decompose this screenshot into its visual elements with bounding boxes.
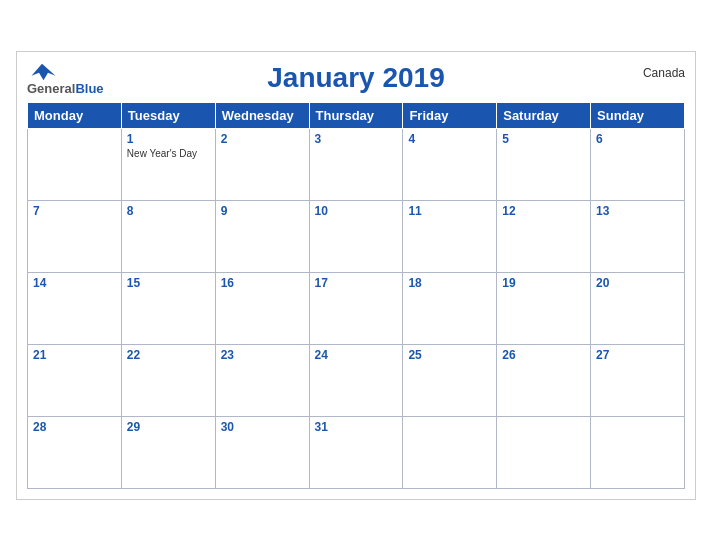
- day-number: 8: [127, 204, 210, 218]
- week-row-1: 1New Year's Day23456: [28, 128, 685, 200]
- day-number: 21: [33, 348, 116, 362]
- day-number: 7: [33, 204, 116, 218]
- day-number: 11: [408, 204, 491, 218]
- calendar-cell: 8: [121, 200, 215, 272]
- day-number: 13: [596, 204, 679, 218]
- calendar-cell: [403, 416, 497, 488]
- day-number: 20: [596, 276, 679, 290]
- calendar-cell: 28: [28, 416, 122, 488]
- day-number: 2: [221, 132, 304, 146]
- calendar-cell: 5: [497, 128, 591, 200]
- week-row-3: 14151617181920: [28, 272, 685, 344]
- day-number: 22: [127, 348, 210, 362]
- day-number: 4: [408, 132, 491, 146]
- calendar-cell: 17: [309, 272, 403, 344]
- day-number: 10: [315, 204, 398, 218]
- weekday-header-sunday: Sunday: [591, 102, 685, 128]
- logo-container: [27, 62, 57, 82]
- calendar-cell: [28, 128, 122, 200]
- weekday-header-monday: Monday: [28, 102, 122, 128]
- day-number: 29: [127, 420, 210, 434]
- calendar-cell: 30: [215, 416, 309, 488]
- day-number: 1: [127, 132, 210, 146]
- logo-area: General Blue: [27, 62, 104, 96]
- calendar-cell: 23: [215, 344, 309, 416]
- calendar-cell: [497, 416, 591, 488]
- day-number: 3: [315, 132, 398, 146]
- week-row-5: 28293031: [28, 416, 685, 488]
- weekday-header-tuesday: Tuesday: [121, 102, 215, 128]
- calendar-cell: 21: [28, 344, 122, 416]
- calendar-cell: 31: [309, 416, 403, 488]
- day-number: 14: [33, 276, 116, 290]
- calendar-cell: 6: [591, 128, 685, 200]
- calendar-cell: 1New Year's Day: [121, 128, 215, 200]
- day-number: 19: [502, 276, 585, 290]
- day-number: 24: [315, 348, 398, 362]
- day-number: 28: [33, 420, 116, 434]
- calendar-cell: 25: [403, 344, 497, 416]
- day-number: 26: [502, 348, 585, 362]
- calendar-container: General Blue January 2019 Canada MondayT…: [16, 51, 696, 500]
- calendar-cell: 7: [28, 200, 122, 272]
- calendar-cell: 11: [403, 200, 497, 272]
- day-number: 30: [221, 420, 304, 434]
- calendar-cell: 3: [309, 128, 403, 200]
- logo-bird-icon: [27, 62, 57, 82]
- calendar-cell: [591, 416, 685, 488]
- calendar-cell: 27: [591, 344, 685, 416]
- calendar-cell: 22: [121, 344, 215, 416]
- calendar-cell: 24: [309, 344, 403, 416]
- calendar-cell: 20: [591, 272, 685, 344]
- country-label: Canada: [643, 66, 685, 80]
- weekday-header-wednesday: Wednesday: [215, 102, 309, 128]
- day-number: 6: [596, 132, 679, 146]
- day-number: 12: [502, 204, 585, 218]
- calendar-table: MondayTuesdayWednesdayThursdayFridaySatu…: [27, 102, 685, 489]
- calendar-header: General Blue January 2019 Canada: [27, 62, 685, 94]
- day-number: 9: [221, 204, 304, 218]
- weekday-header-saturday: Saturday: [497, 102, 591, 128]
- month-title: January 2019: [27, 62, 685, 94]
- calendar-cell: 16: [215, 272, 309, 344]
- week-row-4: 21222324252627: [28, 344, 685, 416]
- calendar-cell: 4: [403, 128, 497, 200]
- calendar-cell: 18: [403, 272, 497, 344]
- weekday-header-friday: Friday: [403, 102, 497, 128]
- day-number: 23: [221, 348, 304, 362]
- svg-marker-0: [32, 63, 56, 80]
- week-row-2: 78910111213: [28, 200, 685, 272]
- calendar-cell: 2: [215, 128, 309, 200]
- day-number: 27: [596, 348, 679, 362]
- calendar-cell: 15: [121, 272, 215, 344]
- calendar-cell: 26: [497, 344, 591, 416]
- day-number: 31: [315, 420, 398, 434]
- day-number: 15: [127, 276, 210, 290]
- weekday-header-thursday: Thursday: [309, 102, 403, 128]
- day-number: 25: [408, 348, 491, 362]
- calendar-cell: 12: [497, 200, 591, 272]
- calendar-cell: 19: [497, 272, 591, 344]
- day-number: 18: [408, 276, 491, 290]
- logo-general: General: [27, 82, 75, 96]
- calendar-cell: 14: [28, 272, 122, 344]
- weekday-header-row: MondayTuesdayWednesdayThursdayFridaySatu…: [28, 102, 685, 128]
- logo-blue: Blue: [75, 82, 103, 96]
- day-number: 17: [315, 276, 398, 290]
- calendar-cell: 29: [121, 416, 215, 488]
- day-number: 5: [502, 132, 585, 146]
- day-number: 16: [221, 276, 304, 290]
- holiday-label: New Year's Day: [127, 148, 210, 159]
- calendar-cell: 9: [215, 200, 309, 272]
- calendar-cell: 13: [591, 200, 685, 272]
- calendar-cell: 10: [309, 200, 403, 272]
